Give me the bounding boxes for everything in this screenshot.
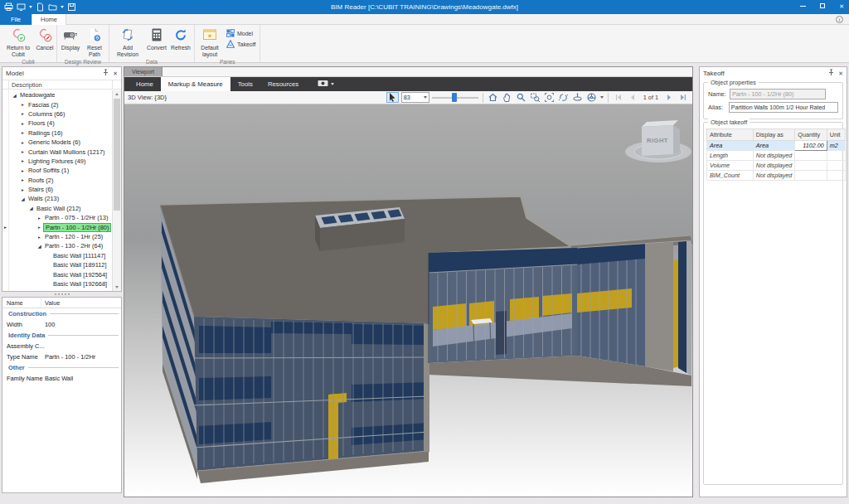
reset-path-button[interactable]: Reset Path [82, 26, 107, 58]
camera-menu-button[interactable] [318, 77, 334, 91]
slider-thumb[interactable] [452, 93, 457, 102]
menu-resources[interactable]: Resources [260, 77, 306, 91]
tree-expander-icon[interactable]: ▸ [19, 121, 27, 126]
tree-expander-icon[interactable]: ◢ [27, 206, 35, 211]
tree-row[interactable]: ▸ ▸ Partn - 100 - 1/2Hr (80) [2, 222, 112, 231]
display-as-column-header[interactable]: Display as [753, 129, 795, 141]
tree-expander-icon[interactable]: ▸ [36, 216, 43, 220]
tree-row[interactable]: ▸ Generic Models (6) [2, 138, 112, 147]
minimize-button[interactable] [800, 6, 806, 7]
close-button[interactable]: ✕ [839, 3, 844, 9]
tree-row[interactable]: ▸ Roofs (2) [2, 176, 112, 185]
tree-row[interactable]: ▸ Columns (66) [2, 109, 112, 119]
takeoff-row[interactable]: BIM_CountNot displayed [707, 171, 846, 181]
default-layout-button[interactable]: Default layout [196, 26, 223, 58]
model-pane-toggle[interactable]: Model [226, 29, 255, 38]
pin-icon[interactable] [828, 69, 834, 78]
return-to-cubit-button[interactable]: Return to Cubit [2, 26, 35, 58]
tree-row[interactable]: ▸ Roof Soffits (1) [2, 166, 112, 175]
close-icon[interactable]: ✕ [838, 70, 843, 77]
tree-row[interactable]: ▸ Railings (16) [2, 128, 112, 138]
open-dropdown-caret[interactable] [61, 6, 64, 8]
tree-row[interactable]: ▸ Fascias (2) [2, 99, 112, 109]
refresh-button[interactable]: Refresh [169, 26, 192, 51]
tree-expander-icon[interactable]: ▸ [19, 111, 27, 116]
cancel-button[interactable]: Cancel [35, 26, 55, 51]
zoom-window-icon[interactable] [530, 92, 541, 103]
tree-expander-icon[interactable]: ▸ [19, 149, 27, 154]
property-row[interactable]: Type NamePartn - 100 - 1/2Hr [2, 351, 121, 362]
tree-row[interactable]: ▸ Floors (4) [2, 119, 112, 128]
menu-home[interactable]: Home [129, 77, 161, 91]
description-column-header[interactable]: Description [9, 81, 112, 89]
page-next-button[interactable] [663, 92, 675, 103]
zoom-level-combo[interactable]: 83 [401, 92, 429, 103]
tree-row[interactable]: ◢ Walls (213) [2, 194, 112, 203]
page-first-button[interactable] [613, 92, 624, 103]
alias-field[interactable]: Partition Walls 100m 1/2 Hour Rated [729, 102, 838, 113]
tree-scrollbar[interactable] [112, 90, 121, 291]
page-last-button[interactable] [677, 92, 689, 103]
tree-row[interactable]: ◢ Meadowgate [2, 90, 112, 99]
close-icon[interactable]: ✕ [113, 70, 118, 77]
zoom-slider[interactable] [432, 92, 478, 103]
pin-icon[interactable] [103, 69, 109, 78]
takeoff-row[interactable]: LengthNot displayed [707, 151, 846, 161]
property-row[interactable]: Family NameBasic Wall [2, 373, 121, 384]
tree-expander-icon[interactable]: ▸ [19, 168, 27, 173]
tree-row[interactable]: ▸ Partn - 075 - 1/2Hr (13) [2, 213, 112, 222]
takeoff-row[interactable]: AreaArea1102.00m2 [707, 141, 846, 151]
tree-expander-icon[interactable]: ▸ [36, 235, 43, 240]
model-tree[interactable]: ◢ Meadowgate ▸ Fascias (2) ▸ Columns (66… [2, 90, 112, 291]
open-folder-icon[interactable] [48, 2, 57, 12]
home-view-icon[interactable] [488, 92, 499, 103]
unit-column-header[interactable]: Unit [827, 129, 845, 141]
tree-expander-icon[interactable]: ▸ [19, 130, 27, 135]
add-revision-button[interactable]: Add Revision [111, 26, 144, 58]
name-field[interactable]: Partn - 100 - 1/2Hr (80) [730, 89, 826, 99]
maximize-button[interactable] [820, 3, 825, 8]
display-icon[interactable] [17, 2, 26, 12]
display-dropdown-caret[interactable] [29, 6, 32, 8]
scroll-down-icon[interactable] [113, 284, 121, 291]
viewcube[interactable]: RIGHT [625, 120, 691, 162]
tree-row[interactable]: ▸ Stairs (6) [2, 185, 112, 194]
orbit-icon[interactable] [558, 92, 570, 103]
tree-row[interactable]: Basic Wall [111147] [2, 251, 112, 260]
save-icon[interactable] [67, 2, 76, 12]
tree-column-header[interactable]: Description [2, 80, 121, 90]
zoom-icon[interactable] [516, 92, 527, 103]
info-icon[interactable]: i [836, 16, 843, 23]
tree-expander-icon[interactable]: ▸ [36, 225, 43, 230]
property-row[interactable]: Width100 [2, 319, 121, 330]
tree-expander-icon[interactable]: ▸ [19, 102, 27, 107]
tree-expander-icon[interactable]: ◢ [36, 244, 43, 249]
takeoff-pane-toggle[interactable]: Takeoff [226, 40, 255, 49]
viewport-tab[interactable]: Viewport [124, 67, 163, 76]
takeoff-row[interactable]: VolumeNot displayed [707, 161, 846, 171]
property-row[interactable]: Assembly C... [2, 341, 121, 351]
print-icon[interactable] [4, 2, 13, 12]
value-column-header[interactable]: Value [41, 299, 60, 307]
file-tab[interactable]: File [0, 14, 32, 25]
tree-expander-icon[interactable]: ▸ [19, 177, 27, 182]
tree-row[interactable]: ◢ Basic Wall (212) [2, 204, 112, 213]
tree-expander-icon[interactable]: ▸ [19, 140, 27, 145]
tree-expander-icon[interactable]: ◢ [11, 93, 18, 98]
name-column-header[interactable]: Name [2, 298, 41, 308]
tree-row[interactable]: Basic Wall [192684] [2, 288, 112, 291]
turntable-icon[interactable] [572, 92, 584, 103]
display-button[interactable]: Display [59, 26, 82, 51]
tree-row[interactable]: Basic Wall [192668] [2, 279, 112, 288]
steering-wheel-icon[interactable] [586, 92, 598, 103]
pan-icon[interactable] [502, 92, 513, 103]
tree-expander-icon[interactable]: ◢ [19, 196, 27, 201]
tree-row[interactable]: Basic Wall [189112] [2, 260, 112, 269]
select-tool-button[interactable] [386, 92, 399, 103]
tree-row[interactable]: Basic Wall [192564] [2, 269, 112, 279]
attribute-column-header[interactable]: Attribute [707, 129, 754, 141]
tree-row[interactable]: ▸ Lighting Fixtures (49) [2, 157, 112, 166]
scrollbar-thumb[interactable] [114, 99, 120, 211]
home-tab[interactable]: Home [32, 14, 66, 25]
quantity-column-header[interactable]: Quantity [795, 129, 827, 141]
